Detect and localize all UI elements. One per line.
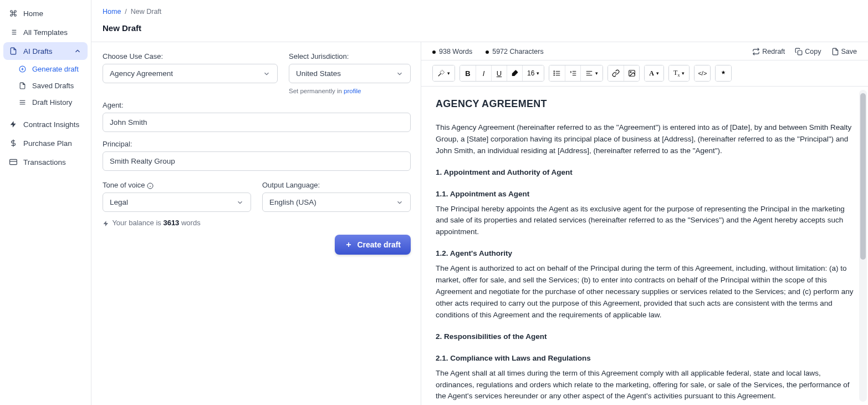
create-draft-button[interactable]: Create draft bbox=[335, 235, 411, 255]
principal-value: Smith Realty Group bbox=[110, 157, 175, 165]
command-icon bbox=[9, 9, 18, 18]
sidebar-item-ai-drafts[interactable]: AI Drafts bbox=[3, 42, 88, 60]
svg-point-34 bbox=[630, 72, 631, 73]
link-button[interactable] bbox=[608, 65, 624, 81]
chevron-down-icon bbox=[396, 70, 404, 78]
card-icon bbox=[9, 158, 18, 166]
plus-circle-icon bbox=[18, 64, 27, 73]
jurisdiction-hint: Set permanently in profile bbox=[289, 88, 411, 94]
document-body[interactable]: AGENCY AGREEMENT This Agency Agreement (… bbox=[421, 87, 868, 405]
chevron-down-icon bbox=[263, 70, 270, 78]
form-panel: Choose Use Case: Agency Agreement Select… bbox=[91, 42, 421, 405]
use-case-select[interactable]: Agency Agreement bbox=[103, 64, 278, 83]
doc-h-11: 1.1. Appointment as Agent bbox=[436, 189, 854, 200]
list-ol-icon bbox=[569, 69, 577, 77]
doc-h-1: 1. Appointment and Authority of Agent bbox=[436, 167, 854, 179]
editor-panel: 938 Words 5972 Characters Redraft Copy bbox=[421, 42, 868, 405]
principal-input[interactable]: Smith Realty Group bbox=[103, 151, 411, 171]
chevron-down-icon bbox=[396, 199, 404, 206]
doc-intro: This Agency Agreement (hereinafter refer… bbox=[436, 122, 854, 157]
jurisdiction-select[interactable]: United States bbox=[289, 64, 411, 83]
image-button[interactable] bbox=[624, 65, 639, 81]
sidebar-item-generate-draft[interactable]: Generate draft bbox=[13, 61, 88, 77]
lang-value: English (USA) bbox=[269, 198, 316, 206]
underline-button[interactable]: U bbox=[491, 65, 507, 81]
chevron-down-icon: ▾ bbox=[447, 70, 450, 76]
sidebar-item-label: Home bbox=[23, 9, 43, 18]
doc-title: AGENCY AGREEMENT bbox=[436, 97, 854, 112]
svg-rect-20 bbox=[798, 50, 803, 55]
info-icon bbox=[147, 183, 154, 189]
bold-button[interactable]: B bbox=[460, 65, 476, 81]
use-case-value: Agency Agreement bbox=[110, 69, 173, 78]
use-case-label: Choose Use Case: bbox=[103, 52, 278, 60]
profile-link[interactable]: profile bbox=[344, 88, 361, 94]
bolt-icon bbox=[9, 120, 18, 129]
svg-point-24 bbox=[554, 71, 555, 72]
highlight-icon bbox=[719, 69, 727, 77]
document-icon bbox=[18, 81, 27, 90]
eraser-icon bbox=[511, 69, 519, 77]
refresh-icon bbox=[752, 48, 760, 55]
sidebar-item-home[interactable]: Home bbox=[3, 4, 88, 22]
editor-toolbar: ▾ B I U 16▾ ▾ bbox=[421, 60, 868, 87]
file-icon bbox=[831, 48, 839, 55]
font-color-button[interactable]: A▾ bbox=[645, 65, 663, 81]
doc-p-21: The Agent shall at all times during the … bbox=[436, 368, 854, 403]
list-ul-icon bbox=[553, 69, 561, 77]
sidebar-item-templates[interactable]: All Templates bbox=[3, 23, 88, 41]
sidebar-item-purchase-plan[interactable]: Purchase Plan bbox=[3, 134, 88, 152]
tone-value: Legal bbox=[110, 198, 128, 206]
sidebar: Home All Templates AI Drafts bbox=[0, 0, 91, 405]
doc-h-2: 2. Responsibilities of the Agent bbox=[436, 331, 854, 343]
sidebar-item-draft-history[interactable]: Draft History bbox=[13, 94, 88, 110]
scroll-thumb[interactable] bbox=[860, 93, 866, 260]
redraft-button[interactable]: Redraft bbox=[752, 48, 785, 55]
principal-label: Principal: bbox=[103, 140, 411, 148]
word-count: 938 Words bbox=[439, 48, 472, 55]
image-icon bbox=[628, 69, 636, 77]
lang-select[interactable]: English (USA) bbox=[262, 193, 411, 212]
sidebar-item-contract-insights[interactable]: Contract Insights bbox=[3, 115, 88, 133]
scrollbar-vertical[interactable] bbox=[859, 90, 867, 402]
list-icon bbox=[9, 28, 18, 37]
save-button[interactable]: Save bbox=[831, 48, 857, 55]
align-icon bbox=[585, 69, 593, 77]
sidebar-item-label: Draft History bbox=[32, 98, 72, 107]
code-button[interactable]: </> bbox=[695, 65, 710, 81]
sidebar-item-saved-drafts[interactable]: Saved Drafts bbox=[13, 78, 88, 93]
agent-input[interactable]: John Smith bbox=[103, 113, 411, 132]
bolt-icon bbox=[103, 220, 109, 227]
link-icon bbox=[612, 69, 620, 77]
sidebar-item-label: Saved Drafts bbox=[32, 82, 74, 90]
editor-stats: 938 Words 5972 Characters bbox=[432, 48, 544, 55]
text-format-button[interactable]: Tx▾ bbox=[669, 65, 689, 81]
align-button[interactable]: ▾ bbox=[580, 65, 603, 81]
dollar-icon bbox=[9, 139, 18, 148]
tone-select[interactable]: Legal bbox=[103, 193, 251, 212]
highlight-button[interactable] bbox=[716, 65, 731, 81]
jurisdiction-label: Select Jurisdiction: bbox=[289, 52, 411, 60]
menu-icon bbox=[18, 98, 27, 107]
lang-label: Output Language: bbox=[262, 181, 411, 189]
font-size-select[interactable]: 16▾ bbox=[522, 65, 544, 81]
ul-button[interactable] bbox=[549, 65, 565, 81]
sidebar-sub-ai-drafts: Generate draft Saved Drafts Draft Histor… bbox=[3, 61, 88, 110]
italic-button[interactable]: I bbox=[476, 65, 491, 81]
wand-icon bbox=[437, 69, 445, 77]
page-title: New Draft bbox=[91, 18, 868, 42]
breadcrumb-home-link[interactable]: Home bbox=[103, 8, 121, 16]
ol-button[interactable] bbox=[565, 65, 580, 81]
svg-point-25 bbox=[554, 73, 555, 73]
magic-button[interactable]: ▾ bbox=[433, 65, 455, 81]
agent-value: John Smith bbox=[110, 118, 147, 126]
sidebar-item-label: Generate draft bbox=[32, 65, 79, 73]
plus-icon bbox=[345, 241, 353, 249]
sidebar-item-transactions[interactable]: Transactions bbox=[3, 153, 88, 171]
eraser-button[interactable] bbox=[507, 65, 522, 81]
copy-icon bbox=[795, 48, 803, 55]
doc-p-11: The Principal hereby appoints the Agent … bbox=[436, 204, 854, 239]
copy-button[interactable]: Copy bbox=[795, 48, 821, 55]
tone-label: Tone of voice bbox=[103, 181, 251, 189]
sidebar-item-label: All Templates bbox=[23, 28, 68, 37]
